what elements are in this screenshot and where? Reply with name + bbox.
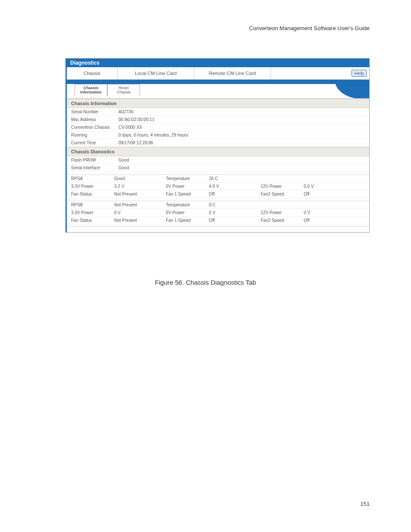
rpsa-row3: Fan Status Not Present Fan 1 Speed Off F… (67, 190, 369, 198)
value-flash-prom: Good (118, 158, 365, 162)
rpsb-temp-label: Temperature (166, 202, 209, 207)
value-mac-address: 00:A0:D2:00:00:11 (118, 117, 365, 122)
rpsb-fan1-value: Off (209, 218, 261, 223)
help-button[interactable]: Help (352, 70, 367, 77)
diagnostics-window: Diagnostics Chassis Local CM Line Card R… (65, 58, 370, 233)
rpsa-12v-label: 12V Power (261, 184, 304, 189)
section-chassis-diagnostics: Chassis Dianostics (67, 147, 369, 156)
tab-chassis[interactable]: Chassis (67, 67, 118, 79)
row-serial-number: Serial Number A02736 (67, 108, 369, 116)
rpsb-fan2-value: Off (304, 218, 347, 223)
rpsa-r1-c5 (261, 176, 304, 181)
rpsb-status: Not Present (114, 202, 166, 207)
tab-local-cm-line-card[interactable]: Local CM Line Card (118, 67, 194, 79)
rpsb-33v-label: 3.3V Power (71, 210, 114, 215)
tab-remote-cm-line-card[interactable]: Remote CM Line Card (194, 67, 271, 79)
value-serial-interface: Good (118, 165, 365, 170)
subtabs-curve (335, 80, 369, 99)
section-chassis-information: Chassis Information (67, 99, 369, 108)
rpsa-33v-label: 3.3V Power (71, 184, 114, 189)
rpsb-row3: Fan Status Not Present Fan 1 Speed Off F… (67, 217, 369, 224)
value-converteon-chassis: CV-5000 XX (118, 125, 365, 130)
window-footer-spacer (67, 226, 369, 232)
tabbar-spacer (271, 67, 352, 79)
label-running: Running (71, 133, 118, 137)
rpsa-fan-label: Fan Status (71, 192, 114, 196)
rpsa-row2: 3.3V Power 3.2 V 5V Power 4.9 V 12V Powe… (67, 183, 369, 190)
rpsb-r1-c5 (261, 202, 304, 207)
label-converteon-chassis: Converteon Chassis (71, 125, 118, 130)
row-current-time: Current Time 09/17/08 12:20:06 (67, 139, 369, 147)
subtabs-stripe (67, 80, 369, 84)
rpsa-5v-value: 4.9 V (209, 184, 261, 189)
subtab-chassis-information[interactable]: Chassis Information (75, 84, 107, 96)
rpsb-5v-value: 0 V (209, 210, 261, 215)
rpsb-fan2-label: Fan2 Speed (261, 218, 304, 223)
label-serial-interface: Serial Interface (71, 165, 118, 170)
rpsb-12v-label: 12V Power (261, 210, 304, 215)
label-serial-number: Serial Number (71, 109, 118, 114)
value-serial-number: A02736 (118, 109, 365, 114)
rpsa-5v-label: 5V Power (166, 184, 209, 189)
rpsb-5v-label: 5V Power (166, 210, 209, 215)
rpsb-12v-value: 0 V (304, 210, 347, 215)
rpsa-fan2-value: Off (304, 192, 347, 196)
rpsb-fan1-label: Fan 1 Speed (166, 218, 209, 223)
row-running: Running 0 days, 0 hours, 4 minutes, 29 h… (67, 131, 369, 139)
row-converteon-chassis: Converteon Chassis CV-5000 XX (67, 124, 369, 131)
rpsa-r1-c6 (304, 176, 347, 181)
doc-header-title: Converteon Management Software User's Gu… (249, 25, 370, 31)
rpsa-fan2-label: Fan2 Speed (261, 192, 304, 196)
rpsb-fan-value: Not Present (114, 218, 166, 223)
label-mac-address: Mac Address (71, 117, 118, 122)
window-title: Diagnostics (67, 59, 369, 67)
rpsb-33v-value: 0 V (114, 210, 166, 215)
rpsa-label: RPSA (71, 176, 114, 181)
row-mac-address: Mac Address 00:A0:D2:00:00:11 (67, 116, 369, 124)
rpsa-temp-value: 26 C (209, 176, 261, 181)
rpsa-fan1-label: Fan 1 Speed (166, 192, 209, 196)
rpsb-row2: 3.3V Power 0 V 5V Power 0 V 12V Power 0 … (67, 209, 369, 217)
rpsa-33v-value: 3.2 V (114, 184, 166, 189)
rpsb-fan-label: Fan Status (71, 218, 114, 223)
figure-caption: Figure 56. Chassis Diagnostics Tab (0, 279, 411, 286)
rpsb-label: RPSB (71, 202, 114, 207)
label-current-time: Current Time (71, 140, 118, 145)
value-running: 0 days, 0 hours, 4 minutes, 29 hours (118, 133, 365, 137)
rpsa-12v-value: 0.0 V (304, 184, 347, 189)
rpsb-temp-value: 0 C (209, 202, 261, 207)
main-tabbar: Chassis Local CM Line Card Remote CM Lin… (67, 67, 369, 80)
label-flash-prom: Flash PROM (71, 158, 118, 162)
row-flash-prom: Flash PROM Good (67, 156, 369, 164)
rpsa-fan-value: Not Present (114, 192, 166, 196)
subtabs: Chassis Information Reset Chassis (75, 84, 140, 96)
rpsa-temp-label: Temperature (166, 176, 209, 181)
value-current-time: 09/17/08 12:20:06 (118, 140, 365, 145)
subtabs-region: Chassis Information Reset Chassis (67, 80, 369, 99)
row-serial-interface: Serial Interface Good (67, 164, 369, 172)
rpsa-status: Good (114, 176, 166, 181)
rpsb-row1: RPSB Not Present Temperature 0 C (67, 201, 369, 209)
rpsa-row1: RPSA Good Temperature 26 C (67, 174, 369, 183)
rpsb-r1-c6 (304, 202, 347, 207)
subtab-reset-chassis[interactable]: Reset Chassis (107, 84, 140, 96)
page-number: 151 (360, 501, 370, 507)
rpsa-fan1-value: Off (209, 192, 261, 196)
